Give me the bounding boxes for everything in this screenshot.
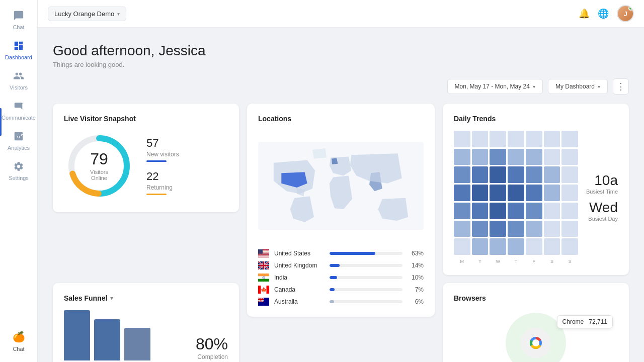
settings-icon [13,161,24,173]
day-label: T [508,259,524,264]
heatmap-cell [490,149,506,165]
chrome-count: 72,711 [589,318,607,325]
donut-chart: 79 Visitors Online [64,131,134,201]
funnel-body: 80% Completion [64,310,228,360]
new-visitors-stat: 57 New visitors [146,137,179,162]
snapshot-card: Live Visitor Snapshot 79 [53,104,239,212]
funnel-header: Sales Funnel ▾ [64,294,228,302]
country-name: United States [274,250,325,257]
trends-stats: 10a Busiest Time Wed Busiest Day [586,131,618,264]
date-dropdown-arrow: ▾ [533,84,535,89]
busiest-day-label: Busiest Day [586,216,618,222]
svg-rect-8 [258,254,269,254]
location-bar-bg [330,264,403,267]
chat-icon [13,10,24,22]
site-label: Lucky Orange Demo [54,10,114,18]
dashboard-dropdown-arrow: ▾ [598,84,600,89]
sidebar-item-chat[interactable]: Chat [0,5,37,35]
funnel-bars [64,310,150,360]
heatmap-cell [472,221,489,237]
list-item: United States 63% [258,249,424,257]
sidebar-analytics-label: Analytics [8,145,30,151]
heatmap: M T W T F S S [454,131,578,264]
heatmap-days: M T W T F S S [454,259,578,264]
chrome-icon [521,328,551,358]
sidebar-item-dashboard[interactable]: Dashboard [0,35,37,65]
sidebar-item-communicate[interactable]: Communicate [0,96,37,126]
heatmap-cell [508,221,524,237]
chrome-tooltip: Chrome 72,711 [557,315,613,328]
avatar-online-dot [628,6,633,11]
returning-bar [146,194,167,195]
location-bar-bg [330,300,403,303]
day-label: T [472,259,489,264]
sidebar: Chat Dashboard Visitors Communicate Anal… [0,0,38,362]
heatmap-cell [454,238,470,255]
location-pct: 7% [408,286,424,293]
sidebar-item-visitors[interactable]: Visitors [0,65,37,96]
day-label: M [454,259,470,264]
location-bar-fill [330,264,340,267]
day-label: F [526,259,542,264]
visitors-label: Visitors Online [82,169,117,181]
avatar[interactable]: J [617,5,634,22]
content-area: Good afternoon, Jessica Things are looki… [38,28,644,362]
notification-icon[interactable]: 🔔 [579,8,590,19]
dashboard-select[interactable]: My Dashboard ▾ [548,79,608,94]
browsers-card: Browsers [443,283,629,362]
country-name: India [274,274,325,281]
heatmap-cell [526,131,542,147]
heatmap-cell [454,185,470,201]
visitors-count: 79 [82,151,117,167]
svg-rect-11 [258,249,263,254]
sidebar-item-settings[interactable]: Settings [0,156,37,186]
chrome-label: Chrome [562,318,584,325]
location-list: United States 63% [258,249,424,306]
sidebar-chat-label: Chat [13,24,24,30]
heatmap-cell [490,203,506,219]
date-picker[interactable]: Mon, May 17 - Mon, May 24 ▾ [447,79,543,94]
topbar: Lucky Orange Demo ▾ 🔔 🌐 J [38,0,644,28]
heatmap-cell [508,238,524,255]
heatmap-cell [490,185,506,201]
heatmap-cell [490,221,506,237]
funnel-dropdown-arrow[interactable]: ▾ [110,295,113,302]
locations-title: Locations [258,115,424,123]
list-item: Australia 6% [258,298,424,306]
us-flag [258,249,269,257]
browsers-title: Browsers [454,294,618,302]
sidebar-item-analytics[interactable]: Analytics [0,126,37,156]
globe-icon[interactable]: 🌐 [598,8,609,19]
uk-flag [258,261,269,269]
main-content: Lucky Orange Demo ▾ 🔔 🌐 J Good afternoon… [38,0,644,362]
location-bar-fill [330,300,334,303]
heatmap-cell [490,238,506,255]
trends-body: M T W T F S S 10a Busiest Time [454,131,618,264]
visitors-icon [13,70,24,82]
funnel-bar-3 [124,328,150,360]
heatmap-cell [544,166,560,183]
heatmap-cell [472,203,489,219]
heatmap-cell [508,203,524,219]
heatmap-cell [454,221,470,237]
new-label: New visitors [146,151,179,158]
sidebar-communicate-label: Communicate [2,115,36,121]
returning-label: Returning [146,184,179,191]
topbar-right: 🔔 🌐 J [579,5,634,22]
svg-rect-20 [267,286,270,294]
heatmap-cell [544,185,560,201]
svg-text:🍁: 🍁 [261,287,267,293]
svg-rect-10 [258,256,269,257]
heatmap-cell [508,185,524,201]
heatmap-cell [490,166,506,183]
three-dots-menu[interactable]: ⋮ [613,78,629,95]
heatmap-cell [544,221,560,237]
busiest-time-label: Busiest Time [586,189,618,195]
new-count: 57 [146,137,179,150]
busiest-day-stat: Wed Busiest Day [586,201,618,222]
heatmap-cell [561,203,578,219]
svg-rect-14 [258,274,269,276]
svg-rect-15 [258,279,269,282]
site-selector[interactable]: Lucky Orange Demo ▾ [48,7,126,21]
location-bar-bg [330,288,403,291]
